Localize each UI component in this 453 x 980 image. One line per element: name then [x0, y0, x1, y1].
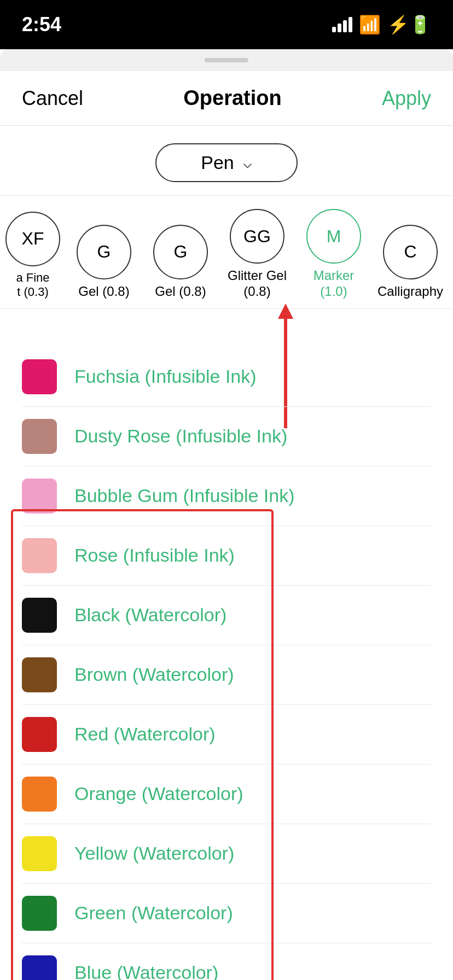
color-name-green: Green (Watercolor): [74, 902, 233, 924]
modal-handle-area: [0, 49, 453, 71]
color-name-bubble-gum: Bubble Gum (Infusible Ink): [74, 485, 295, 506]
color-item-orange[interactable]: Orange (Watercolor): [22, 765, 431, 824]
status-icons: 📶 ⚡🔋: [332, 14, 431, 35]
color-swatch-rose: [22, 538, 57, 573]
color-swatch-bubble-gum: [22, 479, 57, 514]
main-content: XF a Finet (0.3) G Gel (0.8) G Gel (0.8)…: [0, 196, 453, 980]
color-swatch-green: [22, 896, 57, 931]
arrow-head: [278, 304, 293, 319]
pen-circle-xf: XF: [5, 212, 60, 266]
color-name-brown: Brown (Watercolor): [74, 664, 234, 685]
pen-dropdown-label: Pen: [201, 152, 234, 173]
signal-icon: [332, 17, 352, 32]
pen-circle-glitter: GG: [230, 209, 284, 264]
cancel-button[interactable]: Cancel: [22, 87, 83, 110]
wifi-icon: 📶: [359, 14, 381, 35]
color-name-orange: Orange (Watercolor): [74, 783, 243, 804]
arrow-annotation: [0, 309, 453, 347]
color-item-green[interactable]: Green (Watercolor): [22, 884, 431, 943]
color-item-bubble-gum[interactable]: Bubble Gum (Infusible Ink): [22, 466, 431, 526]
pen-label-marker: Marker(1.0): [313, 268, 355, 300]
pen-circle-gel2: G: [153, 225, 208, 279]
pen-type-xf[interactable]: XF a Finet (0.3): [0, 212, 66, 300]
color-name-black: Black (Watercolor): [74, 604, 226, 626]
nav-bar: Cancel Operation Apply: [0, 71, 453, 126]
color-swatch-fuchsia: [22, 359, 57, 394]
color-swatch-red: [22, 717, 57, 752]
pen-type-gel2[interactable]: G Gel (0.8): [142, 225, 219, 300]
color-item-brown[interactable]: Brown (Watercolor): [22, 645, 431, 705]
color-name-dusty-rose: Dusty Rose (Infusible Ink): [74, 425, 287, 447]
pen-circle-gel1: G: [77, 225, 131, 279]
color-name-yellow: Yellow (Watercolor): [74, 843, 234, 864]
color-swatch-blue: [22, 955, 57, 980]
color-swatch-yellow: [22, 836, 57, 871]
color-name-blue: Blue (Watercolor): [74, 962, 218, 980]
chevron-down-icon: ⌵: [243, 154, 252, 172]
pen-circle-marker: M: [306, 209, 361, 264]
pen-label-xf: a Finet (0.3): [16, 271, 49, 300]
pen-type-dropdown[interactable]: Pen ⌵: [155, 143, 298, 182]
page-title: Operation: [183, 86, 281, 110]
status-time: 2:54: [22, 13, 61, 36]
apply-button[interactable]: Apply: [382, 87, 431, 110]
pen-type-gel1[interactable]: G Gel (0.8): [66, 225, 142, 300]
color-swatch-orange: [22, 777, 57, 812]
color-item-blue[interactable]: Blue (Watercolor): [22, 943, 431, 980]
pen-selector-container: Pen ⌵: [0, 126, 453, 196]
color-name-red: Red (Watercolor): [74, 724, 216, 745]
color-item-red[interactable]: Red (Watercolor): [22, 705, 431, 765]
battery-icon: ⚡🔋: [387, 14, 431, 35]
pen-label-gel1: Gel (0.8): [78, 284, 129, 300]
color-swatch-dusty-rose: [22, 419, 57, 454]
color-swatch-black: [22, 598, 57, 633]
pen-label-calligraphy: Calligraphy: [378, 284, 443, 300]
pen-type-glitter[interactable]: GG Glitter Gel(0.8): [219, 209, 295, 300]
pen-type-carousel[interactable]: XF a Finet (0.3) G Gel (0.8) G Gel (0.8)…: [0, 196, 453, 309]
pen-circle-calligraphy: C: [383, 225, 438, 279]
status-bar: 2:54 📶 ⚡🔋: [0, 0, 453, 49]
pen-type-calligraphy[interactable]: C Calligraphy: [372, 225, 449, 300]
pen-label-gel2: Gel (0.8): [155, 284, 206, 300]
color-swatch-brown: [22, 657, 57, 692]
color-item-fuchsia[interactable]: Fuchsia (Infusible Ink): [22, 347, 431, 407]
color-name-fuchsia: Fuchsia (Infusible Ink): [74, 366, 257, 387]
modal-handle: [205, 58, 248, 62]
color-name-rose: Rose (Infusible Ink): [74, 545, 235, 566]
color-item-dusty-rose[interactable]: Dusty Rose (Infusible Ink): [22, 407, 431, 466]
color-list: Fuchsia (Infusible Ink) Dusty Rose (Infu…: [0, 347, 453, 980]
color-item-rose[interactable]: Rose (Infusible Ink): [22, 526, 431, 586]
color-item-black[interactable]: Black (Watercolor): [22, 586, 431, 645]
color-item-yellow[interactable]: Yellow (Watercolor): [22, 824, 431, 884]
pen-label-glitter: Glitter Gel(0.8): [228, 268, 287, 300]
pen-type-marker[interactable]: M Marker(1.0): [295, 209, 372, 300]
